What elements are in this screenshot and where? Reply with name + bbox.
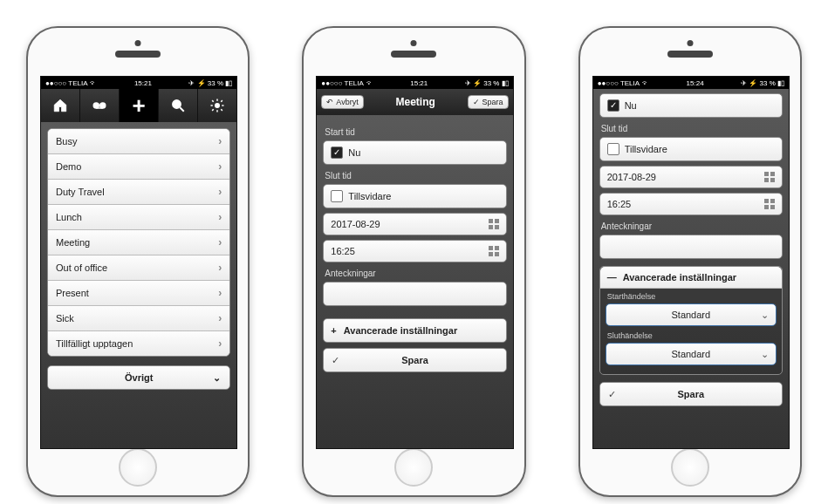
notes-label: Anteckningar	[601, 221, 781, 231]
now-checkbox-row[interactable]: ✓ Nu	[323, 140, 506, 165]
advanced-settings-panel: — Avancerade inställningar Starthändelse…	[599, 266, 783, 375]
calendar-grid-icon	[489, 219, 499, 229]
time-field[interactable]: 16:25	[599, 193, 783, 215]
start-time-label: Start tid	[325, 127, 504, 137]
list-item[interactable]: Lunch›	[48, 205, 229, 230]
end-event-select[interactable]: Standard ⌄	[606, 343, 777, 365]
chevron-right-icon: ›	[218, 312, 222, 324]
status-bar: ●●○○○ TELIAᯤ 15:21 ✈ ⚡ 33 % ▮▯	[317, 77, 512, 89]
calendar-grid-icon	[489, 246, 499, 256]
list-item[interactable]: Tillfälligt upptagen›	[48, 331, 229, 356]
home-button[interactable]	[394, 448, 433, 487]
svg-line-4	[180, 107, 184, 112]
page-title: Meeting	[395, 96, 435, 108]
gear-icon	[209, 98, 225, 113]
status-bar: ●●○○○ TELIAᯤ 15:24 ✈ ⚡ 33 % ▮▯	[593, 77, 789, 89]
date-field[interactable]: 2017-08-29	[599, 166, 783, 188]
chevron-right-icon: ›	[218, 262, 222, 274]
date-field[interactable]: 2017-08-29	[323, 213, 506, 235]
phone-mockup-2: ●●○○○ TELIAᯤ 15:21 ✈ ⚡ 33 % ▮▯ ↶Avbryt M…	[302, 26, 525, 497]
start-event-select[interactable]: Standard ⌄	[606, 303, 777, 326]
plus-icon: +	[331, 325, 336, 336]
minus-icon: —	[607, 272, 617, 283]
advanced-toggle[interactable]: — Avancerade inställningar	[600, 267, 782, 289]
tab-home[interactable]	[41, 89, 80, 122]
phone-mockup-3: ●●○○○ TELIAᯤ 15:24 ✈ ⚡ 33 % ▮▯ ✓ Nu Slut…	[578, 26, 802, 497]
list-item[interactable]: Out of office›	[48, 255, 229, 281]
notes-input[interactable]	[599, 235, 783, 259]
check-icon: ✓	[608, 389, 616, 400]
chevron-down-icon: ⌄	[761, 310, 769, 321]
checkbox-icon	[607, 143, 619, 155]
list-item[interactable]: Present›	[48, 281, 229, 306]
nav-bar: ↶Avbryt Meeting ✓Spara	[317, 89, 512, 115]
chevron-right-icon: ›	[218, 337, 222, 350]
until-further-row[interactable]: Tillsvidare	[323, 184, 506, 208]
chevron-right-icon: ›	[218, 287, 222, 299]
checkbox-icon: ✓	[607, 99, 619, 112]
tab-search[interactable]	[159, 89, 198, 122]
save-button-top[interactable]: ✓Spara	[468, 95, 509, 109]
status-time: 15:21	[410, 79, 428, 87]
search-icon	[170, 98, 186, 113]
other-dropdown[interactable]: Övrigt ⌄	[47, 365, 230, 390]
cancel-button[interactable]: ↶Avbryt	[321, 95, 363, 109]
check-icon: ✓	[473, 98, 480, 106]
end-time-label: Slut tid	[325, 171, 504, 180]
list-item[interactable]: Sick›	[48, 306, 229, 331]
calendar-grid-icon	[764, 199, 775, 209]
notes-label: Anteckningar	[325, 269, 504, 278]
phone-mockup-1: ●●○○○ TELIAᯤ 15:21 ✈ ⚡ 33 % ▮▯ + Busy› D…	[26, 26, 250, 497]
time-field[interactable]: 16:25	[323, 240, 506, 262]
voicemail-icon	[92, 98, 107, 113]
svg-point-1	[100, 103, 106, 108]
chevron-down-icon: ⌄	[213, 372, 221, 384]
until-further-row[interactable]: Tillsvidare	[599, 137, 783, 161]
home-button[interactable]	[671, 448, 709, 487]
plus-icon: +	[133, 94, 146, 117]
home-button[interactable]	[119, 448, 157, 487]
list-item[interactable]: Duty Travel›	[48, 180, 229, 205]
activity-list: Busy› Demo› Duty Travel› Lunch› Meeting›…	[47, 128, 230, 357]
checkbox-icon: ✓	[331, 146, 343, 159]
chevron-right-icon: ›	[218, 160, 222, 173]
list-item[interactable]: Demo›	[48, 154, 229, 180]
chevron-right-icon: ›	[218, 211, 222, 223]
status-time: 15:21	[134, 79, 152, 87]
svg-point-0	[93, 103, 99, 108]
tab-settings[interactable]	[198, 89, 236, 122]
save-button[interactable]: ✓ Spara	[599, 382, 783, 406]
chevron-right-icon: ›	[218, 135, 222, 147]
checkbox-icon	[331, 190, 343, 202]
status-time: 15:24	[687, 79, 704, 87]
chevron-down-icon: ⌄	[761, 349, 769, 360]
tab-add[interactable]: +	[120, 89, 159, 122]
status-bar: ●●○○○ TELIAᯤ 15:21 ✈ ⚡ 33 % ▮▯	[41, 77, 236, 89]
calendar-grid-icon	[764, 172, 775, 182]
chevron-right-icon: ›	[218, 186, 222, 198]
notes-input[interactable]	[323, 282, 506, 306]
svg-point-5	[216, 104, 220, 108]
save-button[interactable]: ✓ Spara	[323, 348, 506, 372]
list-item[interactable]: Meeting›	[48, 230, 229, 255]
svg-point-3	[173, 100, 181, 108]
home-icon	[52, 98, 68, 113]
start-event-label: Starthändelse	[607, 292, 775, 301]
now-checkbox-row[interactable]: ✓ Nu	[599, 93, 783, 118]
chevron-right-icon: ›	[218, 236, 222, 249]
undo-icon: ↶	[326, 98, 333, 106]
check-icon: ✓	[332, 355, 339, 366]
advanced-toggle[interactable]: + Avancerade inställningar	[323, 318, 506, 343]
list-item[interactable]: Busy›	[48, 129, 229, 154]
end-event-label: Sluthändelse	[607, 331, 775, 340]
top-toolbar: +	[41, 89, 236, 122]
tab-voicemail[interactable]	[80, 89, 120, 122]
end-time-label: Slut tid	[601, 124, 781, 133]
